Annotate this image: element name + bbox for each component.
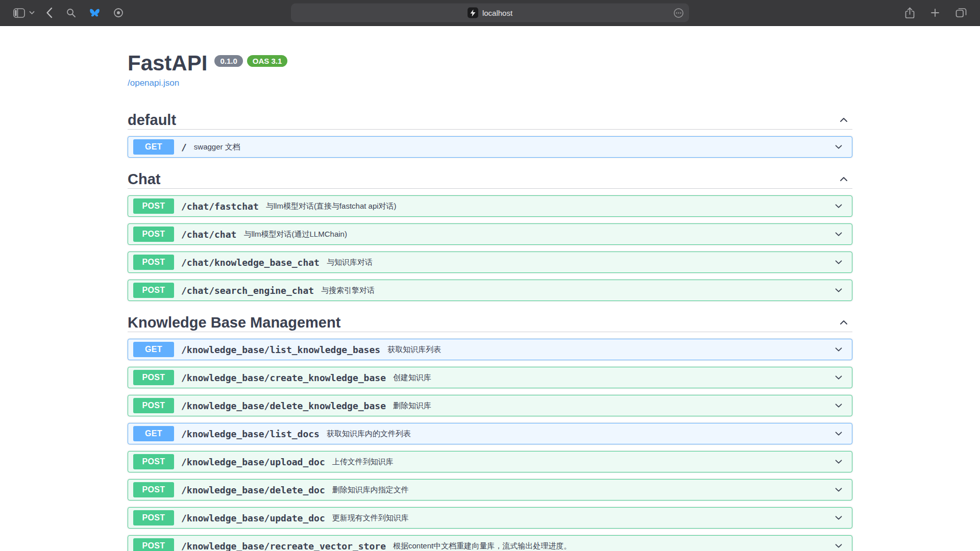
operation-summary: 获取知识库内的文件列表 (327, 429, 411, 439)
operation-row[interactable]: GET /knowledge_base/list_knowledge_bases… (128, 339, 852, 360)
tag-header[interactable]: default (128, 111, 852, 130)
method-badge: POST (133, 283, 174, 298)
method-badge: POST (133, 482, 174, 497)
chevron-up-icon (838, 173, 849, 185)
operation-row[interactable]: POST /knowledge_base/update_doc 更新现有文件到知… (128, 507, 852, 529)
tag-section: Chat POST /chat/fastchat 与llm模型对话(直接与fas… (128, 170, 852, 301)
share-icon (905, 7, 915, 19)
method-badge: POST (133, 227, 174, 242)
operation-path: /knowledge_base/delete_doc (181, 485, 325, 495)
browser-toolbar: localhost (0, 0, 980, 26)
chevron-down-icon (834, 485, 844, 495)
operation-summary: 根据content中文档重建向量库，流式输出处理进度。 (393, 541, 571, 551)
chevron-down-icon (834, 201, 844, 211)
chevron-down-icon (834, 429, 844, 439)
operation-row[interactable]: POST /chat/knowledge_base_chat 与知识库对话 (128, 252, 852, 273)
operation-path: /knowledge_base/list_knowledge_bases (181, 344, 380, 355)
new-tab-button[interactable] (930, 8, 940, 18)
api-title: FastAPI (128, 52, 207, 75)
operation-row[interactable]: GET / swagger 文档 (128, 136, 852, 158)
oas-badge: OAS 3.1 (247, 55, 288, 67)
expand-operation-button[interactable] (834, 257, 847, 267)
operation-row[interactable]: POST /chat/chat 与llm模型对话(通过LLMChain) (128, 223, 852, 245)
operation-list: POST /chat/fastchat 与llm模型对话(直接与fastchat… (128, 189, 852, 301)
operation-row[interactable]: POST /knowledge_base/delete_knowledge_ba… (128, 395, 852, 416)
operation-summary: 与知识库对话 (327, 258, 373, 267)
chevron-down-icon (834, 457, 844, 467)
expand-operation-button[interactable] (834, 285, 847, 295)
operation-row[interactable]: POST /knowledge_base/create_knowledge_ba… (128, 367, 852, 388)
ellipsis-circle-icon (673, 8, 684, 18)
chevron-down-icon (29, 11, 35, 15)
page-menu-button[interactable] (673, 8, 684, 18)
method-badge: POST (133, 370, 174, 385)
chevron-down-icon (834, 372, 844, 383)
collapse-section-button[interactable] (838, 173, 852, 185)
operation-list: GET / swagger 文档 (128, 130, 852, 158)
operation-row[interactable]: GET /knowledge_base/list_docs 获取知识库内的文件列… (128, 423, 852, 444)
operation-path: /chat/search_engine_chat (181, 285, 314, 296)
expand-operation-button[interactable] (834, 344, 847, 355)
chevron-down-icon (834, 285, 844, 295)
method-badge: POST (133, 198, 174, 214)
operation-row[interactable]: POST /chat/search_engine_chat 与搜索引擎对话 (128, 280, 852, 301)
tag-name: Chat (128, 170, 160, 188)
tag-name: Knowledge Base Management (128, 313, 340, 332)
operation-row[interactable]: POST /knowledge_base/recreate_vector_sto… (128, 535, 852, 551)
back-button[interactable] (46, 7, 53, 18)
operation-summary: 获取知识库列表 (387, 345, 441, 355)
butterfly-icon (89, 8, 100, 18)
tab-overview-icon (955, 8, 967, 18)
method-badge: POST (133, 538, 174, 551)
record-circle-icon (113, 8, 124, 18)
chevron-down-icon (834, 142, 844, 152)
expand-operation-button[interactable] (834, 485, 847, 495)
operation-row[interactable]: POST /knowledge_base/delete_doc 删除知识库内指定… (128, 479, 852, 500)
chevron-up-icon (838, 114, 849, 126)
toolbar-right-group (890, 7, 967, 19)
sidebar-toggle-button[interactable] (13, 8, 25, 18)
chevron-down-icon (834, 229, 844, 239)
expand-operation-button[interactable] (834, 229, 847, 239)
tag-header[interactable]: Knowledge Base Management (128, 313, 852, 332)
expand-operation-button[interactable] (834, 142, 847, 152)
operation-path: /knowledge_base/delete_knowledge_base (181, 400, 386, 411)
share-button[interactable] (905, 7, 915, 19)
tab-overview-button[interactable] (955, 8, 967, 18)
operation-path: /knowledge_base/update_doc (181, 513, 325, 523)
operation-summary: 与llm模型对话(通过LLMChain) (243, 230, 347, 239)
swagger-ui-page: FastAPI 0.1.0 OAS 3.1 /openapi.json defa… (128, 26, 852, 551)
method-badge: POST (133, 255, 174, 270)
operation-path: /chat/knowledge_base_chat (181, 257, 320, 268)
page-title: FastAPI 0.1.0 OAS 3.1 (128, 52, 852, 75)
collapse-section-button[interactable] (838, 114, 852, 126)
expand-operation-button[interactable] (834, 201, 847, 211)
plus-icon (930, 8, 940, 18)
operation-summary: 删除知识库 (393, 401, 431, 411)
sidebar-menu-chevron[interactable] (29, 11, 35, 15)
address-bar[interactable]: localhost (291, 4, 689, 22)
operation-path: /knowledge_base/upload_doc (181, 457, 325, 467)
operation-path: /knowledge_base/create_knowledge_base (181, 372, 386, 383)
tag-name: default (128, 111, 176, 129)
method-badge: POST (133, 398, 174, 413)
expand-operation-button[interactable] (834, 372, 847, 383)
chevron-down-icon (834, 257, 844, 267)
extension-butterfly-button[interactable] (89, 8, 100, 18)
operation-summary: 创建知识库 (393, 373, 431, 383)
operation-row[interactable]: POST /knowledge_base/upload_doc 上传文件到知识库 (128, 451, 852, 472)
operation-row[interactable]: POST /chat/fastchat 与llm模型对话(直接与fastchat… (128, 195, 852, 217)
extension-record-button[interactable] (113, 8, 124, 18)
address-text: localhost (482, 9, 512, 17)
api-info: FastAPI 0.1.0 OAS 3.1 /openapi.json (128, 52, 852, 88)
openapi-spec-link[interactable]: /openapi.json (128, 78, 179, 88)
tag-header[interactable]: Chat (128, 170, 852, 189)
operation-summary: 与搜索引擎对话 (321, 286, 375, 295)
expand-operation-button[interactable] (834, 457, 847, 467)
expand-operation-button[interactable] (834, 429, 847, 439)
expand-operation-button[interactable] (834, 541, 847, 551)
expand-operation-button[interactable] (834, 400, 847, 411)
collapse-section-button[interactable] (838, 317, 852, 328)
search-button[interactable] (66, 8, 76, 18)
expand-operation-button[interactable] (834, 513, 847, 523)
